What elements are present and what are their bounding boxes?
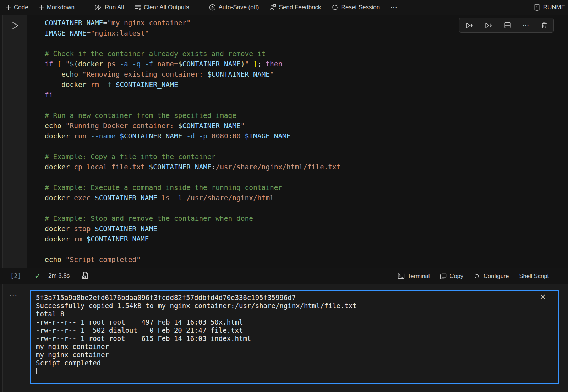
run-all-button[interactable]: Run All bbox=[94, 4, 124, 11]
code-line[interactable]: docker run --name $CONTAINER_NAME -d -p … bbox=[45, 131, 568, 141]
cell-status-bar: [2] ✓ 2m 3.8s Terminal Copy Configure Sh… bbox=[0, 268, 568, 284]
configure-cell-button[interactable]: Configure bbox=[474, 272, 509, 279]
terminal-line: -rw-r--r-- 1 root root 615 Feb 14 16:03 … bbox=[36, 334, 553, 343]
code-line[interactable] bbox=[45, 172, 568, 183]
code-line[interactable]: # Example: Execute a command inside the … bbox=[45, 183, 568, 193]
terminal-line: Script completed bbox=[36, 359, 553, 367]
code-line[interactable] bbox=[45, 244, 568, 255]
add-code-label: Code bbox=[14, 4, 28, 11]
open-output-externally-button[interactable] bbox=[82, 272, 89, 279]
terminal-line: -rw-r--r-- 1 root root 497 Feb 14 16:03 … bbox=[36, 318, 553, 326]
toolbar-separator bbox=[200, 4, 200, 11]
reset-session-button[interactable]: Reset Session bbox=[332, 4, 380, 11]
output-options-button[interactable]: ⋯ bbox=[9, 291, 17, 301]
code-line[interactable]: docker rm $CONTAINER_NAME bbox=[45, 234, 568, 244]
code-line[interactable]: fi bbox=[45, 90, 568, 100]
cell-more-actions-button[interactable]: ⋯ bbox=[523, 21, 530, 29]
terminal-line: 5f3a715a9a8be2efd6176bdaa096f3fcdd82f57d… bbox=[36, 294, 553, 302]
terminal-line: -rw-r--r-- 1 502 dialout 0 Feb 20 21:47 … bbox=[36, 326, 553, 334]
cell-gutter bbox=[3, 15, 27, 268]
gear-icon bbox=[474, 272, 481, 279]
play-up-arrow-icon bbox=[465, 22, 473, 29]
notebook-toolbar: Code Markdown Run All Clear All Outputs … bbox=[0, 0, 568, 15]
terminal-lines: 5f3a715a9a8be2efd6176bdaa096f3fcdd82f57d… bbox=[36, 294, 553, 375]
ellipsis-icon: ⋯ bbox=[523, 21, 530, 29]
close-output-button[interactable]: × bbox=[540, 292, 546, 303]
add-code-cell-button[interactable]: Code bbox=[6, 4, 28, 11]
code-line[interactable] bbox=[45, 203, 568, 213]
execution-order-label: [2] bbox=[10, 272, 21, 279]
cell-toolbar: ⋯ bbox=[459, 18, 554, 33]
delete-cell-button[interactable] bbox=[541, 22, 547, 29]
execution-duration: 2m 3.8s bbox=[48, 272, 70, 279]
terminal-icon bbox=[398, 272, 405, 279]
code-line[interactable]: docker exec $CONTAINER_NAME ls -l /usr/s… bbox=[45, 193, 568, 203]
clear-all-outputs-label: Clear All Outputs bbox=[144, 4, 189, 11]
split-cell-icon bbox=[504, 22, 511, 29]
code-line[interactable]: docker stop $CONTAINER_NAME bbox=[45, 224, 568, 234]
code-line[interactable] bbox=[45, 38, 568, 49]
cell-output-terminal[interactable]: × 5f3a715a9a8be2efd6176bdaa096f3fcdd82f5… bbox=[30, 290, 559, 384]
code-line[interactable]: # Example: Copy a file into the containe… bbox=[45, 152, 568, 162]
terminal-label: Terminal bbox=[408, 273, 430, 279]
ellipsis-icon: ⋯ bbox=[9, 291, 17, 300]
feedback-person-icon bbox=[269, 4, 276, 11]
clear-outputs-icon bbox=[134, 4, 141, 10]
terminal-cursor-line bbox=[36, 367, 553, 375]
code-lines: CONTAINER_NAME="my-nginx-container"IMAGE… bbox=[45, 18, 568, 265]
terminal-line: my-nginx-container bbox=[36, 351, 553, 359]
plus-icon bbox=[6, 5, 11, 10]
play-icon bbox=[10, 21, 19, 31]
code-line[interactable]: # Check if the container already exists … bbox=[45, 49, 568, 59]
window-left-edge bbox=[0, 15, 3, 392]
clear-all-outputs-button[interactable]: Clear All Outputs bbox=[134, 4, 189, 11]
auto-save-label: Auto-Save (off) bbox=[219, 4, 259, 11]
runme-brand: RUNME bbox=[534, 4, 565, 11]
code-line[interactable] bbox=[45, 141, 568, 152]
code-line[interactable]: echo "Running Docker container: $CONTAIN… bbox=[45, 121, 568, 131]
runme-brand-label: RUNME bbox=[543, 4, 565, 11]
copy-cell-button[interactable]: Copy bbox=[440, 273, 463, 279]
split-cell-button[interactable] bbox=[504, 22, 511, 29]
ellipsis-icon: ⋯ bbox=[390, 3, 398, 12]
play-down-arrow-icon bbox=[485, 22, 492, 29]
add-markdown-label: Markdown bbox=[47, 4, 75, 11]
code-line[interactable]: if [ "$(docker ps -a -q -f name=$CONTAIN… bbox=[45, 59, 568, 69]
reset-session-label: Reset Session bbox=[341, 4, 380, 11]
run-all-icon bbox=[94, 4, 102, 10]
language-mode-selector[interactable]: Shell Script bbox=[519, 273, 549, 279]
auto-save-toggle[interactable]: Auto-Save (off) bbox=[209, 4, 259, 11]
trash-icon bbox=[541, 22, 547, 29]
refresh-icon bbox=[332, 4, 338, 11]
runme-logo-icon bbox=[534, 4, 540, 11]
terminal-cursor bbox=[36, 368, 37, 374]
copy-label: Copy bbox=[449, 273, 463, 279]
open-terminal-button[interactable]: Terminal bbox=[398, 272, 430, 279]
toolbar-separator bbox=[85, 4, 85, 11]
code-line[interactable]: docker rm -f $CONTAINER_NAME bbox=[45, 80, 568, 90]
close-icon: × bbox=[540, 292, 546, 302]
cell-code-editor[interactable]: CONTAINER_NAME="my-nginx-container"IMAGE… bbox=[27, 15, 568, 268]
circle-play-icon bbox=[209, 4, 216, 11]
run-all-label: Run All bbox=[105, 4, 124, 11]
add-markdown-cell-button[interactable]: Markdown bbox=[39, 4, 75, 11]
file-export-icon bbox=[82, 272, 89, 279]
code-line[interactable]: echo "Script completed" bbox=[45, 255, 568, 265]
success-check-icon: ✓ bbox=[35, 272, 40, 280]
code-line[interactable]: echo "Removing existing container: $CONT… bbox=[45, 69, 568, 80]
plus-icon bbox=[39, 5, 44, 10]
cell-status-actions: Terminal Copy Configure Shell Script bbox=[398, 272, 549, 279]
configure-label: Configure bbox=[484, 273, 509, 279]
run-cell-button[interactable] bbox=[10, 21, 19, 31]
send-feedback-button[interactable]: Send Feedback bbox=[269, 4, 321, 11]
code-line[interactable]: docker cp local_file.txt $CONTAINER_NAME… bbox=[45, 162, 568, 172]
terminal-line: total 8 bbox=[36, 310, 553, 318]
execute-above-cells-button[interactable] bbox=[465, 22, 473, 29]
execute-cell-and-below-button[interactable] bbox=[485, 22, 492, 29]
code-line[interactable] bbox=[45, 100, 568, 110]
toolbar-more-button[interactable]: ⋯ bbox=[390, 3, 398, 12]
code-line[interactable]: # Run a new container from the specified… bbox=[45, 110, 568, 121]
code-line[interactable]: # Example: Stop and remove the container… bbox=[45, 213, 568, 224]
copy-icon bbox=[440, 273, 447, 279]
send-feedback-label: Send Feedback bbox=[279, 4, 321, 11]
